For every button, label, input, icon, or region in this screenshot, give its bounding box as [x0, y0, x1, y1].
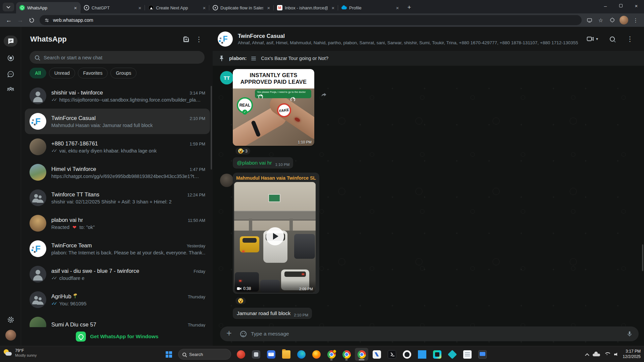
tab-close-icon[interactable]: ×: [330, 5, 336, 11]
taskbar-app-chrome-1[interactable]: [325, 348, 338, 361]
volume-icon[interactable]: [614, 352, 619, 357]
group-avatar[interactable]: F: [218, 32, 233, 47]
tab-profile[interactable]: Profile ×: [338, 2, 402, 13]
taskbar-app-chrome-active[interactable]: [355, 348, 368, 361]
taskbar-app-edge[interactable]: [294, 348, 308, 361]
start-button[interactable]: [162, 348, 175, 361]
browser-profile-avatar[interactable]: [620, 16, 628, 24]
tray-expand-chevron-icon[interactable]: [585, 353, 589, 357]
forward-button[interactable]: →: [15, 15, 25, 25]
voice-message-button[interactable]: [623, 327, 636, 340]
chat-list-item[interactable]: asif vai - diu swe - blue 7 - twinforceF…: [25, 261, 210, 287]
nav-status-button[interactable]: [4, 52, 17, 63]
forward-message-button[interactable]: [319, 90, 329, 100]
message-reaction[interactable]: [235, 297, 247, 305]
taskbar-app-pycharm[interactable]: [430, 348, 444, 361]
bookmark-star-icon[interactable]: ☆: [596, 15, 606, 25]
reload-button[interactable]: [26, 15, 37, 25]
profile-button[interactable]: [4, 329, 17, 341]
new-tab-button[interactable]: +: [405, 3, 414, 12]
taskbar-app-excel[interactable]: [370, 348, 383, 361]
nav-channels-button[interactable]: [4, 68, 17, 79]
browser-menu-kebab-icon[interactable]: ⋮: [631, 15, 641, 25]
taskbar-app-notepad[interactable]: [461, 348, 474, 361]
taskbar-app-diamond[interactable]: [445, 348, 459, 361]
sender-name[interactable]: Mahmudul Hasan vaia Twinforce SL: [234, 174, 318, 182]
settings-button[interactable]: [4, 314, 17, 325]
message-scrollbar[interactable]: [642, 244, 643, 271]
nav-chats-button[interactable]: [4, 36, 17, 47]
taskbar-app-snipping[interactable]: [249, 348, 263, 361]
chat-list-item[interactable]: plabon vai hr11:50 AM Reacted❤to: "ok": [25, 210, 210, 236]
chat-list-item[interactable]: AgriHubThursday ✓✓You: 961095: [25, 287, 210, 312]
tab-close-icon[interactable]: ×: [201, 5, 207, 11]
text-message[interactable]: Jamunar road full block 2:10 PM: [233, 308, 312, 319]
maximize-button[interactable]: [613, 0, 629, 11]
send-to-device-icon[interactable]: [584, 15, 594, 25]
chat-list-item[interactable]: Twinforce TT Titans12:24 PM shishir vai:…: [25, 185, 210, 210]
pinned-message-bar[interactable]: plabon: Cox's Bazar Tour going or Not?: [213, 51, 644, 66]
taskbar-app-vscode[interactable]: [415, 348, 429, 361]
tab-close-icon[interactable]: ×: [394, 5, 400, 11]
play-button[interactable]: [266, 227, 284, 245]
chat-list-item[interactable]: shishir vai - twinforce3:14 PM ✓✓https:/…: [25, 83, 210, 109]
taskbar-search[interactable]: Search: [178, 349, 231, 360]
attach-button[interactable]: +: [223, 327, 235, 340]
sidebar-search[interactable]: [30, 51, 205, 64]
chat-list-item[interactable]: +880 1767-1867611:59 PM ✓✓vai, ektu earl…: [25, 134, 210, 160]
chat-list-item-selected[interactable]: F TwinForce Casual2:10 PM Mahmudul Hasan…: [25, 109, 210, 134]
extensions-puzzle-icon[interactable]: [607, 15, 617, 25]
video-thumbnail[interactable]: 0:38 2:09 PM: [234, 182, 316, 293]
sender-avatar-initials[interactable]: TT: [220, 71, 233, 84]
taskbar-app-red[interactable]: [234, 348, 248, 361]
conversation-menu-button[interactable]: ⋮: [623, 32, 637, 46]
tab-chatgpt[interactable]: ChatGPT ×: [80, 2, 145, 13]
taskbar-clock[interactable]: 3:17 PM 12/2/2025: [623, 349, 641, 359]
chat-list-scrollbar[interactable]: [211, 86, 212, 170]
nav-communities-button[interactable]: [4, 84, 17, 95]
tab-create-next-app[interactable]: Create Next App ×: [145, 2, 209, 13]
tab-whatsapp[interactable]: WhatsApp ×: [16, 2, 80, 13]
video-call-button[interactable]: ▾: [583, 32, 601, 46]
tab-gmail-inbox[interactable]: M Inbox - ishann.tforce@gmail.co ×: [274, 2, 338, 13]
new-chat-button[interactable]: [180, 33, 193, 46]
chat-list-item[interactable]: Sumi A Diu cse 57Thursday: [25, 312, 210, 327]
taskbar-app-firefox[interactable]: [310, 348, 323, 361]
mention-message[interactable]: @plabon vai hr 1:10 PM: [233, 157, 293, 169]
taskbar-app-display[interactable]: [476, 348, 489, 361]
taskbar-app-chrome-2[interactable]: [340, 348, 353, 361]
chat-list-item[interactable]: F TwinForce TeamYesterday plabon: The In…: [25, 236, 210, 261]
back-button[interactable]: ←: [3, 15, 14, 25]
filter-all[interactable]: All: [30, 68, 46, 78]
tab-close-icon[interactable]: ×: [72, 5, 78, 11]
chat-list-item[interactable]: Himel vi Twinforce1:47 PM https://chatgp…: [25, 160, 210, 185]
filter-groups[interactable]: Groups: [110, 68, 137, 78]
onedrive-cloud-icon[interactable]: [593, 352, 600, 356]
taskbar-app-github[interactable]: [400, 348, 414, 361]
conversation-header[interactable]: F TwinForce Casual Ahnaf, Ahnaf, asif, H…: [213, 27, 644, 51]
tab-close-icon[interactable]: ×: [137, 5, 143, 11]
taskbar-app-explorer[interactable]: [279, 348, 293, 361]
taskbar-weather-widget[interactable]: 79°F Mostly sunny: [3, 348, 37, 357]
taskbar-app-mail[interactable]: [264, 348, 278, 361]
message-input[interactable]: [251, 331, 622, 337]
close-button[interactable]: ×: [629, 0, 644, 11]
mention-text[interactable]: @plabon vai hr: [237, 160, 272, 166]
tab-salesforce-flow[interactable]: Duplicate flow in Salesforce ×: [209, 2, 274, 13]
filter-unread[interactable]: Unread: [49, 68, 75, 78]
filter-favorites[interactable]: Favorites: [78, 68, 108, 78]
tab-close-icon[interactable]: ×: [266, 5, 272, 11]
conversation-title-block[interactable]: TwinForce Casual Ahnaf, Ahnaf, asif, Him…: [238, 33, 578, 45]
address-bar[interactable]: web.whatsapp.com: [40, 15, 582, 25]
taskbar-app-terminal[interactable]: [385, 348, 398, 361]
wifi-icon[interactable]: [604, 352, 610, 357]
conversation-search-button[interactable]: [606, 32, 618, 46]
emoji-button[interactable]: [237, 327, 250, 340]
message-reaction[interactable]: 3: [235, 147, 251, 155]
video-message[interactable]: Mahmudul Hasan vaia Twinforce SL: [233, 173, 319, 294]
search-input[interactable]: [44, 55, 199, 60]
sender-avatar-photo[interactable]: [220, 174, 233, 187]
sidebar-menu-button[interactable]: ⋮: [193, 33, 205, 46]
image-message[interactable]: INSTANTLY GETS APPROVED PAID LEAVE Yes p…: [233, 69, 314, 146]
minimize-button[interactable]: –: [598, 0, 613, 11]
